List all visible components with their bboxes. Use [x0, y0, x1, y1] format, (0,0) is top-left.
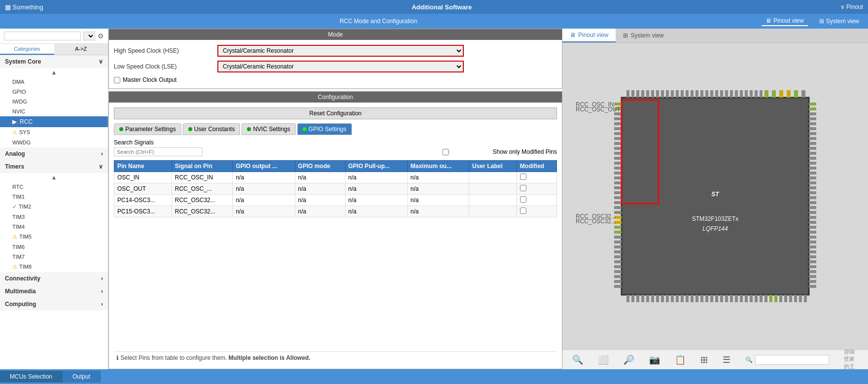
svg-rect-40: [651, 295, 654, 302]
svg-rect-57: [735, 295, 738, 302]
param-dot: [119, 127, 123, 131]
svg-rect-25: [715, 90, 718, 98]
sidebar-item-tim7[interactable]: TIM7: [0, 252, 108, 262]
search-signals-input[interactable]: [114, 147, 203, 156]
svg-rect-144: [809, 270, 816, 273]
svg-rect-89: [614, 186, 622, 189]
cell-modified-1[interactable]: [517, 183, 556, 195]
modified-check-3[interactable]: [520, 208, 526, 214]
tab-parameter-settings[interactable]: Parameter Settings: [114, 123, 181, 135]
tab-user-constants[interactable]: User Constants: [183, 123, 241, 135]
svg-rect-5: [794, 90, 798, 98]
svg-rect-47: [686, 295, 689, 302]
cell-modified-2[interactable]: [517, 195, 556, 206]
col-max-output[interactable]: Maximum ou...: [407, 161, 469, 172]
toolbar-search-input[interactable]: [755, 355, 829, 365]
tab-pinout-view[interactable]: 🖥 Pinout view: [762, 16, 807, 26]
master-clock-checkbox[interactable]: [114, 77, 120, 83]
lse-select[interactable]: Crystal/Ceramic Resonator: [217, 61, 464, 72]
gear-icon[interactable]: ⚙: [98, 32, 104, 40]
cell-modified-3[interactable]: [517, 206, 556, 217]
sidebar-item-dma[interactable]: DMA: [0, 77, 108, 87]
search-signals-label: Search Signals: [114, 139, 557, 146]
modified-check-0[interactable]: [520, 174, 526, 180]
tab-a-to-z[interactable]: A->Z: [54, 44, 108, 55]
pinout-label[interactable]: ∨ Pinout: [840, 3, 863, 10]
col-signal-on-pin[interactable]: Signal on Pin: [172, 161, 233, 172]
sidebar-item-rtc[interactable]: RTC: [0, 182, 108, 192]
col-user-label[interactable]: User Label: [469, 161, 517, 172]
tab-system-view-right[interactable]: ⊞ System view: [616, 29, 671, 42]
grid-icon[interactable]: ⊞: [700, 354, 708, 365]
modified-check-1[interactable]: [520, 185, 526, 191]
section-analog-header[interactable]: Analog ›: [0, 147, 108, 160]
cell-modified-0[interactable]: [517, 172, 556, 183]
tab-categories[interactable]: Categories: [0, 44, 54, 55]
top-bar-title: Additional Software: [53, 3, 831, 11]
col-gpio-pullup[interactable]: GPIO Pull-up...: [345, 161, 407, 172]
svg-rect-49: [695, 295, 698, 302]
fit-icon[interactable]: ⬜: [598, 354, 609, 365]
tab-output[interactable]: Output: [63, 371, 101, 383]
svg-rect-53: [715, 295, 718, 302]
svg-rect-111: [809, 107, 816, 110]
sidebar-search-area: ⚙: [0, 29, 108, 44]
section-system-core-header[interactable]: System Core ∨: [0, 55, 108, 68]
col-pin-name[interactable]: Pin Name: [114, 161, 172, 172]
sidebar-item-tim8[interactable]: TIM8: [0, 262, 108, 272]
scroll-up-btn[interactable]: ▲: [0, 68, 108, 77]
cell-signal-0: RCC_OSC_IN: [172, 172, 233, 183]
zoom-in-icon[interactable]: 🔍: [572, 354, 583, 365]
sidebar-item-nvic[interactable]: NVIC: [0, 106, 108, 116]
col-gpio-mode[interactable]: GPIO mode: [295, 161, 345, 172]
sidebar-tabs: Categories A->Z: [0, 44, 108, 55]
reset-config-button[interactable]: Reset Configuration: [114, 107, 557, 119]
search-dropdown[interactable]: [83, 32, 95, 40]
tab-system-view[interactable]: ⊞ System view: [815, 16, 863, 26]
svg-rect-116: [809, 132, 816, 135]
show-modified-checkbox[interactable]: [401, 149, 490, 155]
list-icon[interactable]: ☰: [723, 354, 730, 365]
cell-signal-1: RCC_OSC_...: [172, 183, 233, 195]
sidebar-item-sys[interactable]: SYS: [0, 127, 108, 138]
section-computing-header[interactable]: Computing ›: [0, 298, 108, 311]
cell-gpio-pull-0: n/a: [345, 172, 407, 183]
col-modified[interactable]: Modified: [517, 161, 556, 172]
hse-select[interactable]: Crystal/Ceramic Resonator: [217, 45, 464, 57]
sidebar-item-tim1[interactable]: TIM1: [0, 192, 108, 202]
tab-mcus-selection[interactable]: MCUs Selection: [0, 371, 63, 383]
svg-rect-112: [809, 112, 816, 115]
svg-rect-10: [641, 90, 644, 98]
section-timers-header[interactable]: Timers ∨: [0, 160, 108, 173]
svg-rect-1: [764, 90, 768, 98]
svg-rect-142: [809, 260, 816, 263]
tab-pinout-view-right[interactable]: 🖥 Pinout view: [562, 29, 616, 42]
sidebar-item-iwdg[interactable]: IWDG: [0, 97, 108, 106]
timers-scroll-up[interactable]: ▲: [0, 173, 108, 182]
sidebar-item-gpio[interactable]: GPIO: [0, 87, 108, 97]
sidebar-item-tim5[interactable]: TIM5: [0, 232, 108, 242]
sidebar-item-wwdg[interactable]: WWDG: [0, 138, 108, 147]
modified-check-2[interactable]: [520, 196, 526, 203]
col-gpio-output[interactable]: GPIO output ...: [233, 161, 295, 172]
tab-gpio-settings[interactable]: GPIO Settings: [297, 123, 352, 135]
hse-row: High Speed Clock (HSE) Crystal/Ceramic R…: [114, 45, 557, 57]
second-bar: RCC Mode and Configuration 🖥 Pinout view…: [0, 14, 868, 29]
sidebar-item-rcc[interactable]: ▶ RCC: [0, 116, 108, 127]
copy-icon[interactable]: 📋: [675, 354, 686, 365]
tab-nvic-settings[interactable]: NVIC Settings: [242, 123, 295, 135]
svg-rect-18: [681, 90, 684, 98]
show-modified-area: Show only Modified Pins: [401, 148, 557, 155]
zoom-out-icon[interactable]: 🔍: [624, 354, 634, 365]
sidebar-item-tim2[interactable]: TIM2: [0, 202, 108, 212]
search-input[interactable]: [4, 32, 81, 40]
cell-gpio-out-2: n/a: [233, 195, 295, 206]
cell-gpio-out-0: n/a: [233, 172, 295, 183]
screenshot-icon[interactable]: 📷: [649, 354, 660, 365]
section-connectivity-header[interactable]: Connectivity ›: [0, 272, 108, 285]
section-multimedia-header[interactable]: Multimedia ›: [0, 285, 108, 298]
chip-package: LQFP144: [702, 225, 728, 232]
sidebar-item-tim4[interactable]: TIM4: [0, 222, 108, 232]
sidebar-item-tim3[interactable]: TIM3: [0, 212, 108, 222]
sidebar-item-tim6[interactable]: TIM6: [0, 242, 108, 252]
